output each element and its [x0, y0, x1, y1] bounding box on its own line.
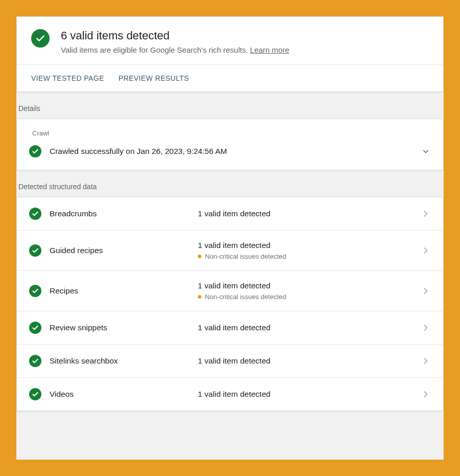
chevron-right-icon [421, 245, 431, 256]
summary-card: 6 valid items detected Valid items are e… [16, 16, 444, 92]
structured-data-row[interactable]: Guided recipes1 valid item detectedNon-c… [17, 231, 443, 271]
item-name: Guided recipes [50, 246, 198, 255]
structured-data-row[interactable]: Review snippets1 valid item detected [17, 311, 443, 345]
item-status: 1 valid item detectedNon-critical issues… [198, 281, 421, 301]
structured-data-row[interactable]: Videos1 valid item detected [17, 378, 443, 411]
item-status-primary: 1 valid item detected [198, 323, 421, 332]
summary-title: 6 valid items detected [61, 29, 289, 42]
learn-more-link[interactable]: Learn more [250, 46, 289, 54]
item-status-primary: 1 valid item detected [198, 241, 421, 250]
actions-bar: VIEW TESTED PAGE PREVIEW RESULTS [17, 65, 443, 92]
crawl-label: Crawl [32, 129, 431, 137]
chevron-down-icon [421, 146, 431, 156]
warning-dot-icon [198, 295, 201, 299]
chevron-right-icon [421, 209, 431, 219]
chevron-right-icon [421, 323, 431, 333]
crawl-status-text: Crawled successfully on Jan 26, 2023, 9:… [50, 147, 421, 156]
success-check-icon [29, 322, 41, 334]
item-issues-line: Non-critical issues detected [198, 253, 421, 260]
structured-data-row[interactable]: Sitelinks searchbox1 valid item detected [17, 345, 443, 378]
preview-results-button[interactable]: PREVIEW RESULTS [119, 74, 189, 82]
details-section-label: Details [16, 92, 444, 119]
chevron-right-icon [421, 389, 431, 399]
success-check-icon [29, 388, 41, 400]
item-status-primary: 1 valid item detected [198, 209, 421, 218]
view-tested-page-button[interactable]: VIEW TESTED PAGE [31, 74, 104, 82]
success-check-icon [31, 29, 50, 48]
summary-text-block: 6 valid items detected Valid items are e… [61, 29, 289, 54]
structured-data-row[interactable]: Recipes1 valid item detectedNon-critical… [17, 271, 443, 311]
item-name: Sitelinks searchbox [50, 356, 198, 366]
crawl-card: Crawl Crawled successfully on Jan 26, 20… [16, 119, 444, 170]
item-status-primary: 1 valid item detected [198, 281, 421, 290]
item-status: 1 valid item detected [198, 323, 421, 332]
page: 6 valid items detected Valid items are e… [16, 16, 444, 460]
item-status: 1 valid item detected [198, 356, 421, 366]
chevron-right-icon [421, 356, 431, 366]
structured-data-list: Breadcrumbs1 valid item detectedGuided r… [16, 197, 444, 411]
item-issues-line: Non-critical issues detected [198, 293, 421, 301]
success-check-icon [29, 285, 41, 297]
summary-subtitle-text: Valid items are eligible for Google Sear… [61, 46, 250, 54]
success-check-icon [29, 208, 41, 220]
crawl-expand-row[interactable]: Crawled successfully on Jan 26, 2023, 9:… [29, 145, 431, 157]
crawl-success-check-icon [29, 145, 41, 157]
structured-data-row[interactable]: Breadcrumbs1 valid item detected [17, 197, 443, 231]
success-check-icon [29, 355, 41, 367]
item-name: Recipes [50, 286, 198, 296]
item-name: Review snippets [50, 323, 198, 332]
detected-section-label: Detected structured data [16, 170, 444, 197]
item-issues-text: Non-critical issues detected [205, 293, 286, 301]
item-status: 1 valid item detectedNon-critical issues… [198, 241, 421, 260]
success-check-icon [29, 244, 41, 257]
item-status: 1 valid item detected [198, 209, 421, 218]
item-name: Videos [50, 390, 198, 399]
item-status-primary: 1 valid item detected [198, 390, 421, 399]
summary-subtitle: Valid items are eligible for Google Sear… [61, 46, 289, 54]
summary-header: 6 valid items detected Valid items are e… [17, 17, 443, 65]
chevron-right-icon [421, 286, 431, 296]
item-name: Breadcrumbs [50, 209, 198, 218]
item-status: 1 valid item detected [198, 390, 421, 399]
warning-dot-icon [198, 255, 201, 258]
item-issues-text: Non-critical issues detected [205, 253, 286, 260]
item-status-primary: 1 valid item detected [198, 356, 421, 366]
